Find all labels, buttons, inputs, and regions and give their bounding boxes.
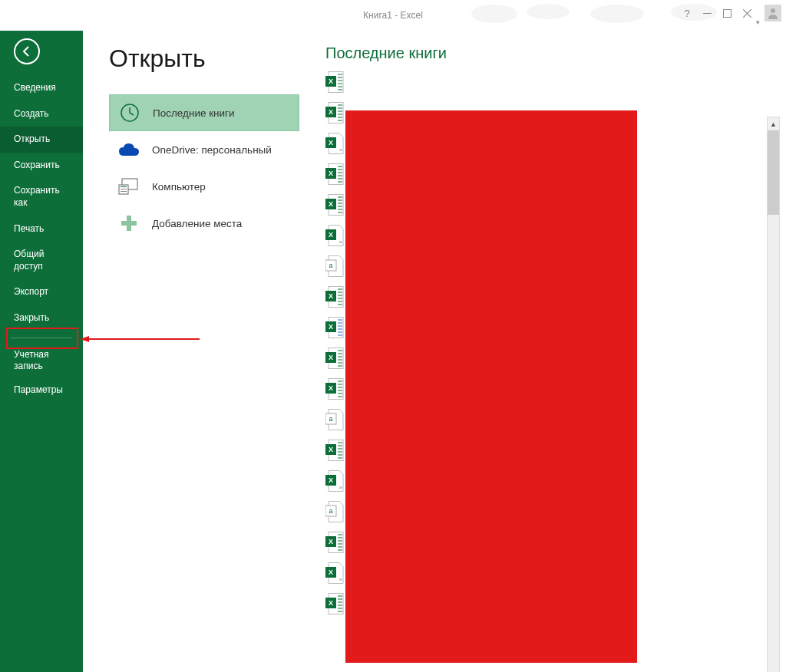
clock-icon [117,100,142,125]
svg-rect-5 [723,9,731,17]
nav-label: Экспорт [14,286,48,297]
location-label: Добавление места [152,218,242,229]
excel-file-icon: Xa [325,225,344,246]
location-label: OneDrive: персональный [152,144,272,156]
svg-rect-14 [121,221,137,226]
svg-text:X: X [329,476,333,484]
excel-file-icon: X [325,194,344,216]
recent-title: Последние книги [325,44,786,62]
nav-options[interactable]: Параметры [0,377,83,404]
nav-separator [11,338,72,338]
nav-label: Сохранить [14,160,60,170]
nav-label: Создать [14,108,49,119]
nav-label: Закрыть [14,312,49,323]
svg-text:X: X [329,292,333,300]
nav-print[interactable]: Печать [0,216,83,242]
scrollbar[interactable]: ▲ ▼ [767,117,780,672]
svg-text:X: X [329,323,333,331]
svg-text:X: X [329,354,333,361]
svg-text:X: X [329,77,333,85]
svg-point-2 [590,5,644,23]
svg-point-0 [471,5,517,23]
nav-open[interactable]: Открыть [0,127,83,153]
excel-file-icon: X [325,532,344,553]
nav-info[interactable]: Сведения [0,75,83,101]
scroll-thumb[interactable] [768,130,779,215]
excel-file-icon: Xa [325,562,344,584]
computer-icon [117,174,141,199]
user-avatar[interactable] [765,5,781,21]
nav-label: Сохранить как [14,185,60,208]
scroll-up-button[interactable]: ▲ [768,117,779,130]
excel-file-icon: Xa [325,133,344,154]
excel-file-icon: X [325,378,344,400]
svg-text:X: X [329,231,333,239]
nav-save[interactable]: Сохранить [0,153,83,179]
nav-label: Учетная запись [14,349,48,372]
excel-file-icon: X [325,317,344,338]
back-button[interactable] [14,38,40,64]
redaction-overlay [345,110,637,663]
svg-text:X: X [329,599,333,607]
location-label: Компьютер [152,181,206,193]
plus-icon [117,211,141,236]
svg-text:X: X [329,108,333,116]
location-add-place[interactable]: Добавление места [109,205,299,242]
excel-file-icon: X [325,348,344,369]
nav-label: Сведения [14,82,56,93]
nav-new[interactable]: Создать [0,101,83,127]
svg-text:X: X [329,446,333,453]
location-computer[interactable]: Компьютер [109,168,299,205]
svg-rect-10 [121,186,127,187]
title-bar: Книга1 - Excel ? ▾ [0,0,786,31]
nav-share[interactable]: Общий доступ [0,242,83,279]
svg-text:a: a [329,262,332,269]
location-recent[interactable]: Последние книги [109,94,299,131]
window-title: Книга1 - Excel [363,10,423,21]
excel-file-icon: a [325,409,344,430]
svg-text:X: X [329,200,333,208]
excel-file-icon: Xa [325,470,344,492]
nav-account[interactable]: Учетная запись [0,344,83,377]
help-icon[interactable]: ? [680,6,694,20]
maximize-button[interactable] [720,6,734,20]
nav-close[interactable]: Закрыть [0,305,83,331]
excel-file-icon: X [325,593,344,614]
location-onedrive[interactable]: OneDrive: персональный [109,131,299,168]
svg-rect-4 [703,13,712,14]
svg-rect-12 [121,191,127,192]
nav-label: Параметры [14,384,63,395]
backstage-sidebar: Сведения Создать Открыть Сохранить Сохра… [0,31,83,672]
excel-file-icon: X [325,163,344,185]
nav-label: Открыть [14,133,50,144]
svg-text:X: X [329,384,333,392]
excel-file-icon: X [325,440,344,461]
svg-text:a: a [329,415,332,423]
account-dropdown-icon[interactable]: ▾ [756,18,760,26]
svg-point-1 [527,4,570,19]
svg-rect-11 [121,189,127,189]
svg-text:a: a [329,507,332,515]
svg-text:X: X [329,139,333,147]
svg-point-6 [771,8,775,13]
nav-save-as[interactable]: Сохранить как [0,178,83,216]
excel-file-icon: X [325,71,344,93]
excel-file-icon: X [325,286,344,308]
nav-label: Печать [14,223,44,234]
excel-file-icon: X [325,102,344,124]
cloud-icon [117,137,141,162]
page-title: Открыть [109,44,299,73]
svg-text:X: X [329,170,333,177]
svg-text:X: X [329,568,333,576]
location-label: Последние книги [153,107,235,119]
recent-file-item[interactable]: X и гот... [325,71,786,102]
nav-export[interactable]: Экспорт [0,279,83,305]
svg-text:X: X [329,538,333,545]
excel-file-icon: a [325,501,344,522]
close-button[interactable] [740,6,754,20]
nav-label: Общий доступ [14,249,45,272]
minimize-button[interactable] [700,6,714,20]
excel-file-icon: a [325,255,344,277]
